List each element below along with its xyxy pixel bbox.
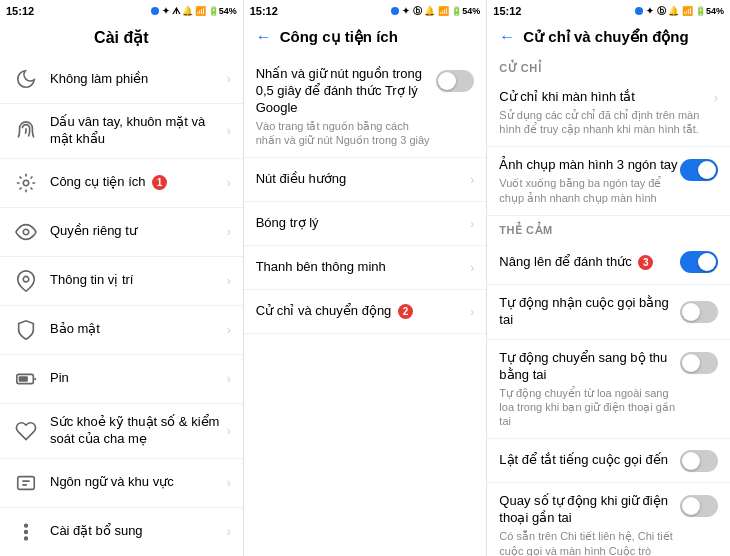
gestures-item[interactable]: Cử chỉ và chuyển động 2 ›: [244, 290, 487, 334]
status-icons-2: ✦ ⓑ 🔔 📶 🔋54%: [390, 5, 480, 18]
flip-mute-toggle[interactable]: [680, 450, 718, 472]
time-2: 15:12: [250, 5, 278, 17]
toggle-knob-sw: [682, 354, 700, 372]
main-settings-title: Cài đặt: [12, 28, 231, 47]
status-icons-1: ✦ ᗑ 🔔 📶 🔋54%: [150, 6, 237, 17]
chevron-smart: ›: [470, 261, 474, 275]
nav-content: Nút điều hướng: [256, 171, 471, 188]
switch-speaker-subtitle: Tự động chuyển từ loa ngoài sang loa tro…: [499, 386, 680, 429]
battery-content: Pin: [50, 370, 227, 387]
gestures-label: Cử chỉ và chuyển động 2: [256, 303, 471, 320]
raise-wake-toggle[interactable]: [680, 251, 718, 273]
auto-answer-label: Tự động nhận cuộc gọi bằng tai: [499, 295, 680, 329]
svg-point-7: [25, 524, 28, 527]
svg-rect-6: [18, 476, 35, 489]
switch-speaker-content: Tự động chuyển sang bộ thu bằng tai Tự đ…: [499, 350, 680, 429]
raise-wake-content: Nâng lên để đánh thức 3: [499, 254, 680, 271]
additional-label: Cài đặt bổ sung: [50, 523, 227, 540]
sensor-section-label: THẺ CẢM: [487, 216, 730, 241]
smart-sidebar-item[interactable]: Thanh bên thông minh ›: [244, 246, 487, 290]
language-item[interactable]: Ngôn ngữ và khu vực ›: [0, 459, 243, 508]
main-settings-header: Cài đặt: [0, 22, 243, 55]
do-not-disturb-item[interactable]: Không làm phiền ›: [0, 55, 243, 104]
chevron-screen-off: ›: [714, 91, 718, 105]
security-item[interactable]: Bảo mật ›: [0, 306, 243, 355]
additional-settings-item[interactable]: Cài đặt bổ sung ›: [0, 508, 243, 556]
chevron-lang: ›: [227, 476, 231, 490]
gestures-panel: 15:12 ✦ ⓑ 🔔 📶 🔋54% ← Cử chỉ và chuyển độ…: [487, 0, 730, 556]
moon-icon: [12, 65, 40, 93]
gestures-badge: 2: [398, 304, 413, 319]
status-bar-3: 15:12 ✦ ⓑ 🔔 📶 🔋54%: [487, 0, 730, 22]
privacy-item[interactable]: Quyền riêng tư ›: [0, 208, 243, 257]
floating-label: Bóng trợ lý: [256, 215, 471, 232]
do-not-disturb-content: Không làm phiền: [50, 71, 227, 88]
utility-panel-title: Công cụ tiện ích: [280, 28, 398, 46]
chevron-priv: ›: [227, 225, 231, 239]
status-bar-2: 15:12 ✦ ⓑ 🔔 📶 🔋54%: [244, 0, 487, 22]
screen-off-content: Cử chỉ khi màn hình tắt Sử dụng các cử c…: [499, 89, 714, 136]
fingerprint-item[interactable]: Dấu vân tay, khuôn mặt và mật khẩu ›: [0, 104, 243, 159]
do-not-disturb-label: Không làm phiền: [50, 71, 227, 88]
digital-health-item[interactable]: Sức khoẻ kỹ thuật số & kiểm soát của cha…: [0, 404, 243, 459]
additional-content: Cài đặt bổ sung: [50, 523, 227, 540]
flip-mute-content: Lật để tắt tiếng cuộc gọi đến: [499, 452, 680, 469]
fingerprint-icon: [12, 117, 40, 145]
gestures-list: CỬ CHỈ Cử chỉ khi màn hình tắt Sử dụng c…: [487, 54, 730, 556]
privacy-icon: [12, 218, 40, 246]
flip-mute-item[interactable]: Lật để tắt tiếng cuộc gọi đến: [487, 439, 730, 483]
auto-answer-toggle[interactable]: [680, 301, 718, 323]
chevron-sec: ›: [227, 323, 231, 337]
screenshot-item[interactable]: Ảnh chụp màn hình 3 ngón tay Vuốt xuống …: [487, 147, 730, 215]
location-label: Thông tin vị trí: [50, 272, 227, 289]
time-3: 15:12: [493, 5, 521, 17]
screenshot-toggle[interactable]: [680, 159, 718, 181]
svg-point-3: [23, 276, 29, 282]
back-button-gestures[interactable]: ←: [499, 28, 515, 46]
fingerprint-label: Dấu vân tay, khuôn mặt và mật khẩu: [50, 114, 227, 148]
floating-ball-item[interactable]: Bóng trợ lý ›: [244, 202, 487, 246]
svg-rect-5: [19, 376, 28, 382]
auto-answer-item[interactable]: Tự động nhận cuộc gọi bằng tai: [487, 285, 730, 340]
chevron-icon: ›: [227, 72, 231, 86]
switch-speaker-toggle[interactable]: [680, 352, 718, 374]
privacy-label: Quyền riêng tư: [50, 223, 227, 240]
utility-tools-panel: 15:12 ✦ ⓑ 🔔 📶 🔋54% ← Công cụ tiện ích Nh…: [244, 0, 488, 556]
back-button-utility[interactable]: ←: [256, 28, 272, 46]
pocket-call-label: Quay số tự động khi giữ điện thoại gần t…: [499, 493, 680, 527]
power-button-item[interactable]: Nhấn và giữ nút nguồn trong 0,5 giây để …: [244, 54, 487, 158]
battery-item[interactable]: Pin ›: [0, 355, 243, 404]
location-item[interactable]: Thông tin vị trí ›: [0, 257, 243, 306]
screen-off-item[interactable]: Cử chỉ khi màn hình tắt Sử dụng các cử c…: [487, 79, 730, 147]
chevron-nav: ›: [470, 173, 474, 187]
pocket-call-subtitle: Có sẵn trên Chi tiết liên hệ, Chi tiết c…: [499, 529, 680, 556]
status-icons-3: ✦ ⓑ 🔔 📶 🔋54%: [634, 5, 724, 18]
raise-wake-item[interactable]: Nâng lên để đánh thức 3: [487, 241, 730, 285]
power-button-toggle[interactable]: [436, 70, 474, 92]
pocket-call-item[interactable]: Quay số tự động khi giữ điện thoại gần t…: [487, 483, 730, 556]
main-settings-panel: 15:12 ✦ ᗑ 🔔 📶 🔋54% Cài đặt: [0, 0, 244, 556]
time-1: 15:12: [6, 5, 34, 17]
gestures-header: ← Cử chỉ và chuyển động: [487, 22, 730, 54]
screen-container: 15:12 ✦ ᗑ 🔔 📶 🔋54% Cài đặt: [0, 0, 730, 556]
location-content: Thông tin vị trí: [50, 272, 227, 289]
location-icon: [12, 267, 40, 295]
fingerprint-content: Dấu vân tay, khuôn mặt và mật khẩu: [50, 114, 227, 148]
digital-health-content: Sức khoẻ kỹ thuật số & kiểm soát của cha…: [50, 414, 227, 448]
raise-wake-badge: 3: [638, 255, 653, 270]
security-content: Bảo mật: [50, 321, 227, 338]
additional-icon: [12, 518, 40, 546]
switch-speaker-item[interactable]: Tự động chuyển sang bộ thu bằng tai Tự đ…: [487, 340, 730, 440]
pocket-call-toggle[interactable]: [680, 495, 718, 517]
raise-wake-label: Nâng lên để đánh thức 3: [499, 254, 680, 271]
chevron-bat: ›: [227, 372, 231, 386]
battery-label: Pin: [50, 370, 227, 387]
security-icon: [12, 316, 40, 344]
utility-tools-item[interactable]: Công cụ tiện ích 1 ›: [0, 159, 243, 208]
switch-speaker-label: Tự động chuyển sang bộ thu bằng tai: [499, 350, 680, 384]
nav-button-item[interactable]: Nút điều hướng ›: [244, 158, 487, 202]
language-content: Ngôn ngữ và khu vực: [50, 474, 227, 491]
svg-point-15: [635, 7, 643, 15]
screenshot-label: Ảnh chụp màn hình 3 ngón tay: [499, 157, 680, 174]
chevron-gest: ›: [470, 305, 474, 319]
